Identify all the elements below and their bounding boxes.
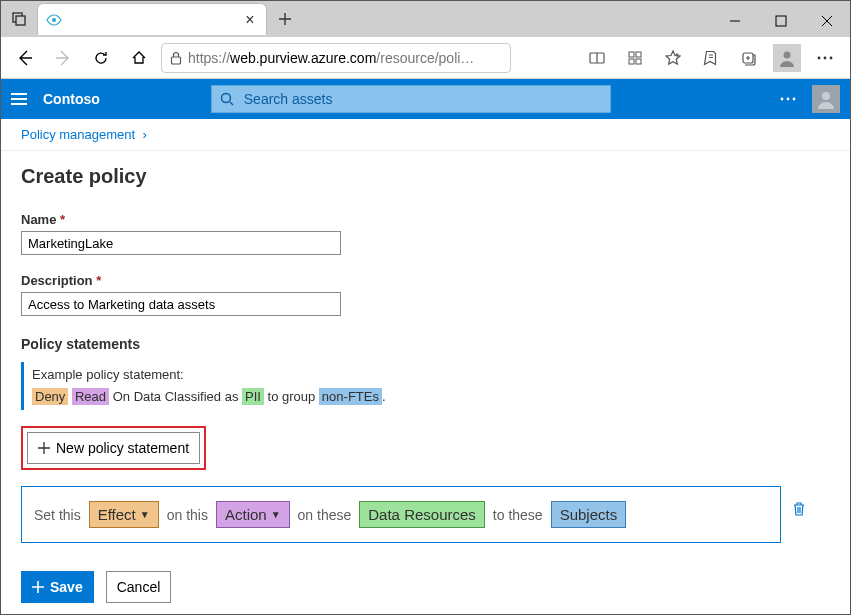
window-controls [712,5,850,37]
save-label: Save [50,579,83,595]
chevron-down-icon: ▼ [140,509,150,520]
profile-button[interactable] [770,42,804,74]
subjects-chip[interactable]: Subjects [551,501,627,528]
svg-point-13 [824,56,827,59]
new-statement-highlight: New policy statement [21,426,206,470]
policy-statements-label: Policy statements [21,336,830,352]
cancel-label: Cancel [117,579,161,595]
svg-rect-7 [636,52,641,57]
cancel-button[interactable]: Cancel [106,571,172,603]
chip-pii: PII [242,388,264,405]
name-label: Name * [21,212,830,227]
breadcrumb: Policy management › [1,119,850,151]
maximize-button[interactable] [758,5,804,37]
chip-deny: Deny [32,388,68,405]
url-field[interactable]: https://web.purview.azure.com/resource/p… [161,43,511,73]
name-input[interactable] [21,231,341,255]
back-button[interactable] [9,42,41,74]
svg-rect-6 [629,52,634,57]
qr-icon[interactable] [618,42,652,74]
tabstrip: × [1,1,303,37]
url-text: https://web.purview.azure.com/resource/p… [188,50,502,66]
svg-point-12 [818,56,821,59]
svg-rect-4 [172,57,181,64]
text-on-this: on this [167,507,208,523]
example-line: Deny Read On Data Classified as PII to g… [32,386,830,408]
lock-icon [170,51,182,65]
delete-icon[interactable] [792,501,806,517]
close-window-button[interactable] [804,5,850,37]
browser-window: × https://web.purview.azure.com/resource… [0,0,851,615]
menu-icon[interactable] [11,93,27,105]
breadcrumb-link[interactable]: Policy management [21,127,135,142]
eye-icon [46,14,62,26]
plus-icon [38,442,50,454]
svg-rect-9 [636,59,641,64]
svg-point-16 [781,98,784,101]
svg-point-19 [822,92,830,100]
org-name: Contoso [43,91,100,107]
page-title: Create policy [21,165,830,188]
tab-actions-icon[interactable] [1,1,37,37]
address-bar: https://web.purview.azure.com/resource/p… [1,37,850,79]
minimize-button[interactable] [712,5,758,37]
svg-point-11 [784,51,791,58]
app-header: Contoso [1,79,850,119]
search-input[interactable] [242,90,602,108]
svg-point-17 [787,98,790,101]
text-on-these: on these [298,507,352,523]
effect-chip[interactable]: Effect▼ [89,501,159,528]
chevron-right-icon: › [142,127,146,142]
collections-icon[interactable] [732,42,766,74]
data-resources-chip[interactable]: Data Resources [359,501,485,528]
chevron-down-icon: ▼ [271,509,281,520]
tab-title [70,13,234,27]
new-statement-label: New policy statement [56,440,189,456]
description-input[interactable] [21,292,341,316]
policy-statement-row: Set this Effect▼ on this Action▼ on thes… [21,486,781,543]
browser-tab[interactable]: × [37,3,267,35]
titlebar: × [1,1,850,37]
more-icon[interactable] [808,42,842,74]
new-policy-statement-button[interactable]: New policy statement [27,432,200,464]
example-statement: Example policy statement: Deny Read On D… [21,362,830,410]
svg-rect-1 [16,16,25,25]
star-favorite-icon[interactable] [656,42,690,74]
svg-point-18 [793,98,796,101]
save-button[interactable]: Save [21,571,94,603]
text-to-these: to these [493,507,543,523]
chip-nonfte: non-FTEs [319,388,382,405]
action-chip[interactable]: Action▼ [216,501,290,528]
svg-rect-8 [629,59,634,64]
text-set-this: Set this [34,507,81,523]
search-icon [220,92,234,106]
refresh-button[interactable] [85,42,117,74]
search-bar[interactable] [211,85,611,113]
forward-button [47,42,79,74]
svg-point-2 [52,18,56,22]
footer-buttons: Save Cancel [21,571,830,603]
svg-point-14 [830,56,833,59]
favorites-icon[interactable] [694,42,728,74]
close-icon[interactable]: × [242,13,258,27]
example-heading: Example policy statement: [32,364,830,386]
home-button[interactable] [123,42,155,74]
new-tab-button[interactable] [267,1,303,37]
header-more-icon[interactable] [780,97,796,101]
svg-rect-3 [776,16,786,26]
user-avatar[interactable] [812,85,840,113]
reader-icon[interactable] [580,42,614,74]
content: Policy management › Create policy Name *… [1,119,850,614]
chip-read: Read [72,388,109,405]
description-label: Description * [21,273,830,288]
plus-icon [32,581,44,593]
svg-point-15 [221,94,230,103]
